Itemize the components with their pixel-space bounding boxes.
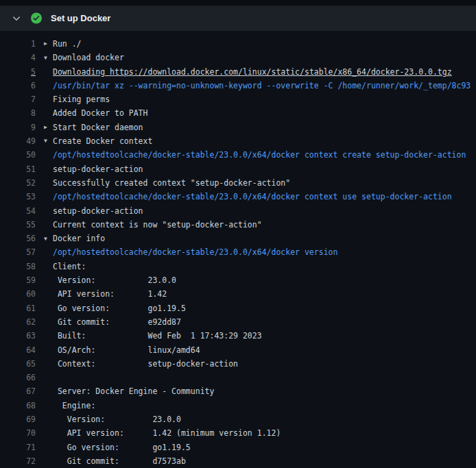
log-text: Server: Docker Engine - Community (53, 386, 214, 396)
log-line-content: API version: 1.42 (44, 287, 167, 301)
step-title: Set up Docker (51, 13, 110, 23)
log-group-header[interactable]: 4▼Download docker (0, 51, 476, 64)
log-line-content: ▼Create Docker context (44, 134, 152, 148)
log-line: 71 Go version: go1.19.5 (0, 441, 476, 454)
log-text: API version: 1.42 (minimum version 1.12) (53, 428, 281, 438)
log-line: 8Added Docker to PATH (0, 106, 476, 120)
log-line: 67 Server: Docker Engine - Community (0, 384, 476, 398)
log-group-header[interactable]: 49▼Create Docker context (0, 134, 476, 148)
log-line-content: Context: setup-docker-action (44, 357, 238, 371)
group-arrow-expanded-icon[interactable]: ▼ (44, 51, 53, 65)
line-number[interactable]: 59 (0, 273, 36, 287)
line-number[interactable]: 65 (0, 357, 36, 371)
log-line-content: OS/Arch: linux/amd64 (44, 343, 200, 357)
line-number[interactable]: 7 (0, 93, 36, 106)
group-arrow-expanded-icon[interactable]: ▼ (44, 134, 53, 148)
log-group-header[interactable]: 9▶Start Docker daemon (0, 121, 476, 134)
chevron-down-icon[interactable] (11, 13, 22, 24)
log-line: 59 Version: 23.0.0 (0, 273, 476, 287)
line-number[interactable]: 60 (0, 287, 36, 301)
line-number[interactable]: 4 (0, 51, 36, 64)
line-number[interactable]: 51 (0, 162, 36, 176)
log-text: Fixing perms (53, 95, 110, 104)
log-group-header[interactable]: 1▶Run ./ (0, 37, 476, 51)
line-number[interactable]: 52 (0, 176, 36, 190)
line-number[interactable]: 8 (0, 106, 36, 120)
log-line: 5Downloading https://download.docker.com… (0, 65, 476, 79)
log-line-content: Current context is now "setup-docker-act… (44, 218, 262, 232)
log-text: Git commit: e92dd87 (53, 317, 181, 327)
log-line-content: Added Docker to PATH (44, 106, 147, 120)
line-number[interactable]: 56 (0, 232, 36, 245)
log-text-prefix: Downloading (53, 67, 110, 77)
log-line: 6/usr/bin/tar xz --warning=no-unknown-ke… (0, 79, 476, 93)
line-number[interactable]: 6 (0, 79, 36, 93)
line-number[interactable]: 53 (0, 190, 36, 204)
line-number[interactable]: 1 (0, 37, 36, 51)
line-number[interactable]: 61 (0, 301, 36, 315)
log-line: 52Successfully created context "setup-do… (0, 176, 476, 190)
log-line-content: Go version: go1.19.5 (44, 441, 191, 454)
log-text: setup-docker-action (53, 164, 143, 174)
log-text: Run ./ (53, 39, 82, 49)
log-line-content: Git commit: e92dd87 (44, 315, 181, 329)
log-line-content: /usr/bin/tar xz --warning=no-unknown-key… (44, 79, 471, 93)
log-line: 61 Go version: go1.19.5 (0, 301, 476, 315)
line-number[interactable]: 64 (0, 343, 36, 357)
log-line: 50/opt/hostedtoolcache/docker-stable/23.… (0, 148, 476, 162)
log-text: Download docker (53, 53, 124, 62)
group-arrow-collapsed-icon[interactable]: ▶ (44, 37, 53, 51)
group-arrow-expanded-icon[interactable]: ▼ (44, 232, 53, 246)
line-number[interactable]: 9 (0, 121, 36, 134)
log-line-content: Engine: (44, 399, 95, 412)
line-number[interactable]: 57 (0, 245, 36, 259)
log-text: Built: Wed Feb 1 17:43:29 2023 (53, 331, 262, 341)
line-number[interactable]: 58 (0, 260, 36, 273)
log-line-content (44, 371, 53, 384)
log-text: Current context is now "setup-docker-act… (53, 220, 262, 230)
log-line-content: Server: Docker Engine - Community (44, 384, 214, 398)
log-line-content: ▶Run ./ (44, 37, 82, 51)
log-line-content: Fixing perms (44, 93, 110, 106)
log-group-header[interactable]: 56▼Docker info (0, 232, 476, 245)
line-number[interactable]: 68 (0, 399, 36, 412)
line-number[interactable]: 62 (0, 315, 36, 329)
line-number[interactable]: 50 (0, 148, 36, 162)
log-line-content: /opt/hostedtoolcache/docker-stable/23.0.… (44, 190, 452, 204)
log-line: 51setup-docker-action (0, 162, 476, 176)
log-line: 57/opt/hostedtoolcache/docker-stable/23.… (0, 245, 476, 259)
line-number[interactable]: 49 (0, 134, 36, 148)
log-text: /opt/hostedtoolcache/docker-stable/23.0.… (53, 192, 452, 201)
log-text: setup-docker-action (53, 206, 143, 216)
log-text: Successfully created context "setup-dock… (53, 178, 290, 188)
log-line-content: setup-docker-action (44, 162, 143, 176)
log-line-content: ▼Docker info (44, 232, 105, 245)
line-number[interactable]: 72 (0, 454, 36, 468)
log-text: Added Docker to PATH (53, 108, 147, 118)
line-number[interactable]: 69 (0, 412, 36, 426)
log-line-content: Successfully created context "setup-dock… (44, 176, 290, 190)
log-text: Start Docker daemon (53, 123, 143, 132)
line-number[interactable]: 5 (0, 65, 36, 79)
line-number[interactable]: 71 (0, 441, 36, 454)
group-arrow-collapsed-icon[interactable]: ▶ (44, 121, 53, 134)
log-line: 53/opt/hostedtoolcache/docker-stable/23.… (0, 190, 476, 204)
check-success-icon (31, 13, 42, 24)
line-number[interactable]: 66 (0, 371, 36, 384)
log-line: 64 OS/Arch: linux/amd64 (0, 343, 476, 357)
line-number[interactable]: 70 (0, 426, 36, 440)
log-line: 60 API version: 1.42 (0, 287, 476, 301)
line-number[interactable]: 67 (0, 384, 36, 398)
log-url-link[interactable]: https://download.docker.com/linux/static… (110, 67, 452, 77)
line-number[interactable]: 63 (0, 329, 36, 343)
log-text: Version: 23.0.0 (53, 275, 176, 285)
log-line-content: Version: 23.0.0 (44, 273, 176, 287)
log-text: Client: (53, 262, 86, 271)
log-line-content: ▼Download docker (44, 51, 124, 64)
log-line: 62 Git commit: e92dd87 (0, 315, 476, 329)
step-header[interactable]: Set up Docker (0, 5, 476, 31)
log-line: 63 Built: Wed Feb 1 17:43:29 2023 (0, 329, 476, 343)
line-number[interactable]: 54 (0, 204, 36, 218)
line-number[interactable]: 55 (0, 218, 36, 232)
log-line-content: Downloading https://download.docker.com/… (44, 65, 452, 79)
